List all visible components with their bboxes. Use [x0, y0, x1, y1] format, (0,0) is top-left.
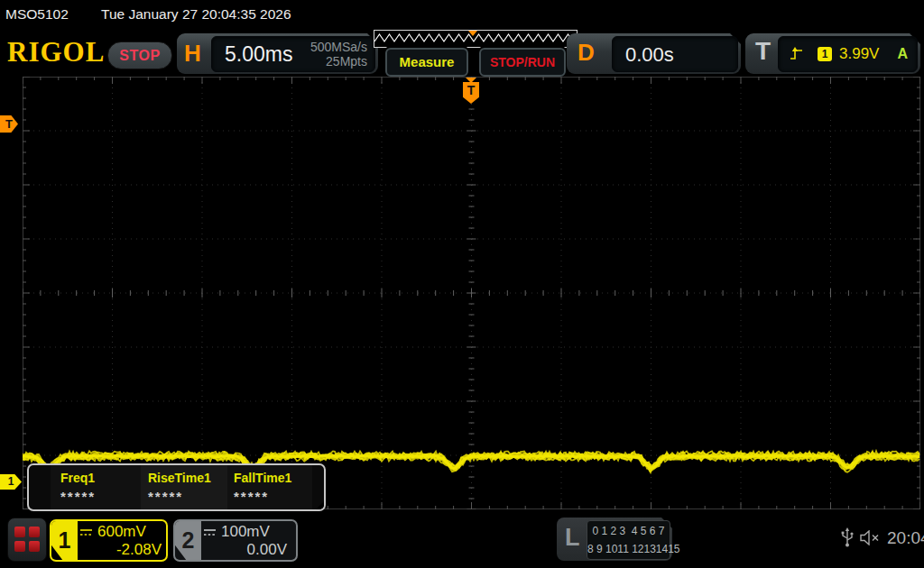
measurement-results-panel[interactable]: Freq1 ***** RiseTime1 ***** FallTime1 **… [27, 463, 326, 511]
trigger-source-badge: 1 [818, 47, 832, 61]
channel-scale: 600mV [79, 523, 146, 541]
rigol-logo: RIGOL [7, 36, 105, 69]
channel-offset-value: -2.08V [116, 541, 162, 559]
trigger-panel[interactable]: T 1 3.99V A [745, 33, 920, 74]
trigger-label: T [755, 37, 771, 66]
menu-grid-icon [29, 527, 40, 537]
menu-button[interactable] [7, 518, 47, 562]
logic-channel-list: 0 1 2 3 4 5 6 7 8 9 1011 12131415 [587, 520, 670, 560]
trigger-level-value: 3.99V [839, 45, 879, 63]
channel-scale-value: 100mV [221, 523, 270, 541]
scope-graticule [23, 77, 920, 509]
logic-row-bottom: 8 9 1011 12131415 [587, 540, 670, 558]
trigger-position-marker[interactable]: T [463, 78, 479, 104]
measurement-value: ***** [60, 489, 96, 504]
channel2-status-block[interactable]: 2 100mV 0.00V [173, 519, 298, 562]
acquisition-state-badge: STOP [107, 41, 172, 69]
logic-row-top: 0 1 2 3 4 5 6 7 [587, 522, 670, 540]
delay-value: 0.00s [625, 43, 674, 67]
tray-clock: 20:04 [887, 528, 924, 548]
timebase-value: 5.00ms [225, 42, 292, 67]
channel-offset-value: 0.00V [247, 541, 287, 559]
trigger-level-marker[interactable]: T [0, 115, 18, 133]
channel1-waveform [23, 77, 920, 509]
delay-panel[interactable]: D 0.00s [567, 33, 741, 74]
trigger-position-badge: T [463, 82, 479, 104]
dc-coupling-icon [79, 528, 93, 536]
rising-edge-icon [790, 47, 804, 61]
delay-label: D [578, 39, 595, 67]
model-name: MSO5102 [5, 6, 69, 23]
logic-channels-block[interactable]: L 0 1 2 3 4 5 6 7 8 9 1011 12131415 [557, 518, 672, 561]
measurement-label: Freq1 [60, 471, 95, 485]
stop-run-button[interactable]: STOP/RUN [479, 48, 566, 77]
menu-grid-icon [14, 541, 25, 552]
acquisition-rates: 500MSa/s 25Mpts [310, 40, 367, 69]
system-datetime: Tue January 27 20:04:35 2026 [101, 6, 291, 23]
measurement-value: ***** [148, 489, 183, 504]
usb-icon [839, 527, 855, 547]
horizontal-label: H [184, 40, 201, 68]
channel1-status-block[interactable]: 1 600mV -2.08V [50, 519, 168, 562]
measurement-label: RiseTime1 [148, 471, 211, 485]
menu-grid-icon [29, 541, 40, 552]
sample-rate: 500MSa/s [310, 40, 367, 54]
dc-coupling-icon [203, 528, 217, 536]
channel-scale-value: 600mV [97, 523, 146, 541]
status-bar: MSO5102 Tue January 27 20:04:35 2026 [0, 0, 924, 27]
channel-scale: 100mV [203, 523, 270, 541]
logic-label: L [565, 524, 580, 552]
measure-button[interactable]: Measure [385, 48, 468, 77]
menu-grid-icon [14, 527, 25, 537]
overview-position-icon [468, 31, 477, 36]
panel-fold-icon [314, 499, 326, 511]
measurement-label: FallTime1 [234, 471, 291, 485]
trigger-sweep-mode: A [897, 46, 908, 62]
channel1-position-marker[interactable]: 1 [0, 474, 22, 490]
memory-depth: 25Mpts [310, 54, 367, 69]
speaker-muted-icon[interactable] [860, 530, 882, 545]
measurement-value: ***** [234, 489, 269, 504]
horizontal-settings-panel[interactable]: H 5.00ms 500MSa/s 25Mpts [177, 33, 378, 74]
